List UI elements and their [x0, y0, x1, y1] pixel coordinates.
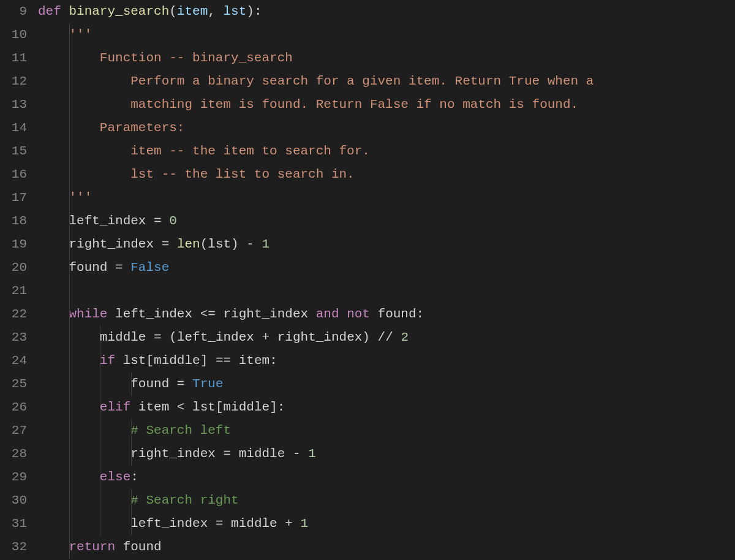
token-var: right_index	[277, 330, 363, 344]
line-number: 14	[0, 116, 27, 140]
indent-guide	[100, 442, 100, 466]
line-number: 12	[0, 70, 27, 93]
code-line[interactable]: def binary_search(item, lst):	[38, 0, 735, 23]
indent-whitespace	[38, 144, 69, 158]
indent-guide	[69, 419, 70, 442]
code-line[interactable]: else:	[38, 466, 735, 489]
token-kw: and	[316, 307, 347, 321]
token-punc: (	[200, 237, 208, 251]
token-const: True	[192, 377, 223, 391]
code-line[interactable]: return found	[38, 535, 735, 559]
line-number: 31	[0, 512, 27, 535]
token-op: =	[216, 516, 231, 531]
line-number: 10	[0, 23, 27, 47]
token-kw: def	[38, 4, 69, 18]
indent-guide	[100, 466, 100, 489]
code-line[interactable]: while left_index <= right_index and not …	[38, 303, 735, 326]
code-line[interactable]: right_index = middle - 1	[38, 442, 735, 466]
code-line[interactable]: '''	[38, 23, 735, 47]
indent-whitespace	[38, 191, 69, 205]
token-str: matching item is found. Return False if …	[69, 97, 578, 112]
token-var: lst	[208, 237, 231, 251]
token-var: found	[130, 377, 177, 391]
token-num: 2	[401, 330, 409, 344]
indent-guide	[69, 373, 70, 396]
token-op: =	[115, 260, 130, 274]
indent-guide	[100, 349, 100, 373]
code-line[interactable]: found = True	[38, 373, 735, 396]
token-var: middle	[239, 447, 293, 461]
token-kw: if	[100, 354, 123, 368]
code-line[interactable]: lst -- the list to search in.	[38, 163, 735, 186]
token-punc: :	[254, 4, 262, 18]
token-var: right_index	[130, 447, 223, 461]
token-op: <=	[200, 307, 224, 321]
token-var: right_index	[69, 237, 161, 251]
line-number: 15	[0, 140, 27, 163]
indent-whitespace	[38, 167, 69, 181]
token-var: right_index	[223, 307, 315, 321]
token-op: =	[162, 237, 177, 251]
token-op: <	[177, 400, 192, 414]
token-punc: )	[246, 4, 254, 18]
line-number: 22	[0, 303, 27, 326]
code-line[interactable]: # Search right	[38, 489, 735, 512]
token-str: Parameters:	[69, 121, 184, 135]
code-line[interactable]: Function -- binary_search	[38, 47, 735, 70]
token-fn: binary_search	[69, 4, 169, 18]
indent-guide	[69, 279, 70, 303]
line-number: 21	[0, 279, 27, 303]
token-kw: else	[100, 470, 130, 484]
line-number: 19	[0, 233, 27, 256]
token-var: item	[138, 400, 177, 414]
indent-guide	[100, 512, 100, 535]
code-line[interactable]: matching item is found. Return False if …	[38, 93, 735, 116]
line-number: 25	[0, 373, 27, 396]
code-line[interactable]: if lst[middle] == item:	[38, 349, 735, 373]
token-punc: [	[146, 354, 154, 368]
code-line[interactable]	[38, 279, 735, 303]
token-var: found	[123, 540, 162, 554]
token-var: left_index	[69, 214, 154, 228]
line-number: 28	[0, 442, 27, 466]
indent-guide	[69, 512, 70, 535]
code-line[interactable]: left_index = 0	[38, 210, 735, 233]
code-editor[interactable]: 9101112131415161718192021222324252627282…	[0, 0, 735, 560]
token-kw: return	[69, 540, 123, 554]
line-number: 20	[0, 256, 27, 279]
token-op: ==	[216, 354, 239, 368]
token-str: '''	[69, 28, 92, 42]
line-number: 23	[0, 326, 27, 349]
indent-guide	[69, 140, 70, 163]
code-line[interactable]: right_index = len(lst) - 1	[38, 233, 735, 256]
code-line[interactable]: middle = (left_index + right_index) // 2	[38, 326, 735, 349]
token-str: Function -- binary_search	[69, 51, 292, 65]
code-line[interactable]: '''	[38, 186, 735, 210]
token-kw: elif	[100, 400, 138, 414]
token-var: left_index	[115, 307, 200, 321]
token-num: 1	[262, 237, 270, 251]
token-punc: (	[169, 330, 177, 344]
token-builtin: len	[177, 237, 200, 251]
token-op: +	[262, 330, 277, 344]
code-area[interactable]: def binary_search(item, lst): ''' Functi…	[38, 0, 735, 560]
indent-guide	[69, 442, 70, 466]
code-line[interactable]: Perform a binary search for a given item…	[38, 70, 735, 93]
token-var: found	[69, 260, 115, 274]
indent-whitespace	[38, 516, 130, 531]
token-punc: :	[130, 470, 138, 484]
code-line[interactable]: elif item < lst[middle]:	[38, 396, 735, 419]
indent-whitespace	[38, 214, 69, 228]
token-var: lst	[192, 400, 216, 414]
code-line[interactable]: Parameters:	[38, 116, 735, 140]
indent-whitespace	[38, 307, 69, 321]
code-line[interactable]: item -- the item to search for.	[38, 140, 735, 163]
indent-whitespace	[38, 493, 130, 507]
indent-guide	[100, 419, 100, 442]
code-line[interactable]: found = False	[38, 256, 735, 279]
token-const: False	[130, 260, 169, 274]
indent-whitespace	[38, 97, 69, 112]
indent-guide	[100, 489, 100, 512]
code-line[interactable]: # Search left	[38, 419, 735, 442]
code-line[interactable]: left_index = middle + 1	[38, 512, 735, 535]
